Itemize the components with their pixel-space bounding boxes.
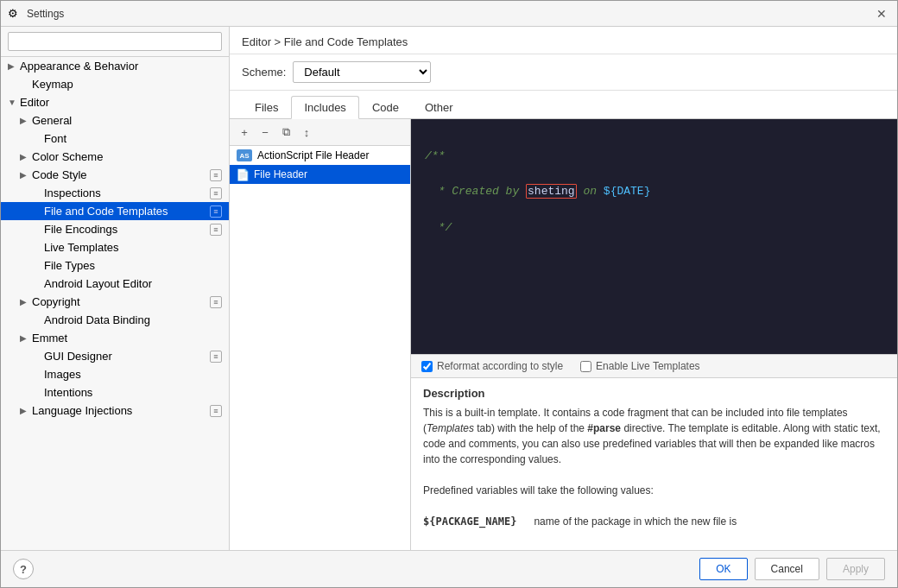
breadcrumb: Editor > File and Code Templates [230,27,897,54]
scheme-row: Scheme: Default Project [230,54,897,91]
sidebar-item-intentions[interactable]: Intentions [1,383,229,401]
reformat-checkbox[interactable] [421,361,433,372]
search-input[interactable] [8,32,222,51]
sidebar-item-color-scheme[interactable]: ▶ Color Scheme [1,148,229,166]
sidebar-item-label: GUI Designer [44,350,112,363]
ok-button[interactable]: OK [699,558,747,580]
sidebar-item-label: Emmet [32,332,222,345]
move-button[interactable]: ↕ [297,123,316,142]
close-button[interactable]: ✕ [873,5,890,22]
file-list-panel: + − ⧉ ↕ AS ActionScript File Header 📄 Fi… [230,119,411,550]
settings-indicator-icon: ≡ [210,224,222,236]
sidebar-item-file-types[interactable]: File Types [1,256,229,275]
sidebar: ▶ Appearance & Behavior Keymap ▼ Editor … [1,27,230,550]
search-box [1,27,229,57]
tabs-bar: Files Includes Code Other [230,91,897,119]
sidebar-item-label: Live Templates [44,241,222,254]
sidebar-item-gui-designer[interactable]: GUI Designer ≡ [1,347,229,365]
sidebar-item-label: Font [44,132,222,145]
reformat-checkbox-item[interactable]: Reformat according to style [421,360,563,372]
tab-files[interactable]: Files [242,96,291,118]
sidebar-item-keymap[interactable]: Keymap [1,75,229,93]
file-item-label: File Header [254,168,307,180]
description-title: Description [423,387,885,400]
list-item[interactable]: 📄 File Header [230,165,410,184]
settings-indicator-icon: ≡ [210,205,222,218]
file-list-toolbar: + − ⧉ ↕ [230,119,410,146]
sidebar-item-label: Copyright [32,295,80,308]
sidebar-item-label: Android Data Binding [44,313,222,326]
list-item[interactable]: AS ActionScript File Header [230,146,410,165]
sidebar-item-code-style[interactable]: ▶ Code Style ≡ [1,166,229,184]
highlighted-word: sheting [526,184,577,199]
settings-icon: ⚙ [8,7,22,21]
tab-code[interactable]: Code [359,96,412,118]
help-button[interactable]: ? [13,559,34,579]
add-button[interactable]: + [235,123,254,142]
settings-window: ⚙ Settings ✕ ▶ Appearance & Behavior Key… [0,0,898,588]
title-bar-left: ⚙ Settings [8,7,64,21]
cancel-button[interactable]: Cancel [755,558,819,580]
sidebar-item-images[interactable]: Images [1,365,229,383]
sidebar-item-label: Color Scheme [32,150,222,163]
right-panel: /** * Created by sheting on ${DATE} */ R… [411,119,897,550]
actionscript-icon: AS [237,149,252,161]
sidebar-item-language-injections[interactable]: ▶ Language Injections ≡ [1,401,229,420]
sidebar-item-live-templates[interactable]: Live Templates [1,238,229,256]
tab-includes[interactable]: Includes [291,96,358,119]
settings-indicator-icon: ≡ [210,405,222,417]
reformat-label: Reformat according to style [437,360,563,372]
arrow-icon: ▶ [20,333,32,343]
sidebar-item-label: Editor [20,96,222,109]
action-buttons: OK Cancel Apply [699,558,885,580]
file-header-icon: 📄 [237,168,249,180]
scheme-select[interactable]: Default Project [293,61,431,83]
arrow-icon: ▶ [20,170,32,180]
scheme-label: Scheme: [242,66,286,79]
sidebar-item-copyright[interactable]: ▶ Copyright ≡ [1,293,229,311]
settings-indicator-icon: ≡ [210,351,222,363]
title-bar: ⚙ Settings ✕ [1,1,897,27]
sidebar-item-label: Images [44,368,222,381]
code-editor[interactable]: /** * Created by sheting on ${DATE} */ [411,119,897,354]
arrow-icon: ▼ [8,98,20,107]
sidebar-item-general[interactable]: ▶ General [1,111,229,130]
description-area: Description This is a built-in template.… [411,377,897,550]
sidebar-item-label: Intentions [44,386,222,399]
arrow-icon: ▶ [8,61,20,71]
live-templates-checkbox[interactable] [580,361,591,372]
sidebar-item-font[interactable]: Font [1,130,229,148]
window-title: Settings [27,8,64,20]
sidebar-item-editor[interactable]: ▼ Editor [1,93,229,111]
sidebar-item-label: General [32,114,222,127]
nav-tree: ▶ Appearance & Behavior Keymap ▼ Editor … [1,57,229,550]
file-item-label: ActionScript File Header [257,149,369,161]
live-templates-label: Enable Live Templates [596,360,700,372]
sidebar-item-android-layout-editor[interactable]: Android Layout Editor [1,275,229,293]
sidebar-item-label: Android Layout Editor [44,277,222,290]
main-panel: Editor > File and Code Templates Scheme:… [230,27,897,550]
sidebar-item-label: File and Code Templates [44,205,168,218]
split-area: + − ⧉ ↕ AS ActionScript File Header 📄 Fi… [230,119,897,550]
sidebar-item-file-code-templates[interactable]: File and Code Templates ≡ [1,202,229,220]
sidebar-item-emmet[interactable]: ▶ Emmet [1,329,229,347]
file-list: AS ActionScript File Header 📄 File Heade… [230,146,410,550]
description-text: This is a built-in template. It contains… [423,405,885,529]
options-row: Reformat according to style Enable Live … [411,354,897,377]
copy-button[interactable]: ⧉ [276,123,295,142]
arrow-icon: ▶ [20,406,32,415]
settings-indicator-icon: ≡ [210,187,222,199]
arrow-icon: ▶ [20,297,32,307]
sidebar-item-appearance-behavior[interactable]: ▶ Appearance & Behavior [1,57,229,75]
sidebar-item-label: Code Style [32,168,87,181]
content-area: ▶ Appearance & Behavior Keymap ▼ Editor … [1,27,897,550]
arrow-icon: ▶ [20,152,32,161]
tab-other[interactable]: Other [412,96,466,118]
sidebar-item-android-data-binding[interactable]: Android Data Binding [1,311,229,329]
settings-indicator-icon: ≡ [210,296,222,308]
sidebar-item-inspections[interactable]: Inspections ≡ [1,184,229,202]
live-templates-checkbox-item[interactable]: Enable Live Templates [580,360,700,372]
sidebar-item-file-encodings[interactable]: File Encodings ≡ [1,220,229,238]
apply-button[interactable]: Apply [826,558,885,580]
remove-button[interactable]: − [256,123,275,142]
